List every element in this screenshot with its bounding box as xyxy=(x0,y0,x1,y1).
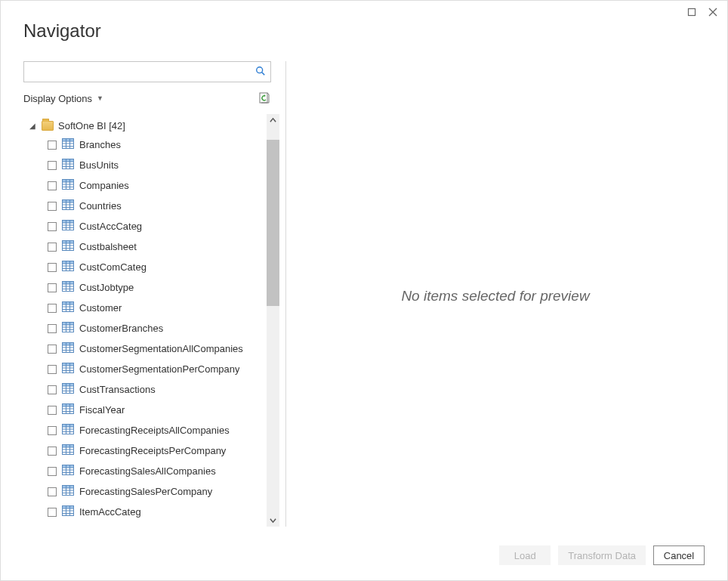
transform-data-button[interactable]: Transform Data xyxy=(558,545,646,565)
tree-item[interactable]: Custbalsheet xyxy=(23,236,267,257)
table-icon xyxy=(62,261,74,274)
table-icon xyxy=(62,505,74,518)
display-options-label: Display Options xyxy=(23,93,92,104)
checkbox[interactable] xyxy=(48,243,57,252)
checkbox[interactable] xyxy=(48,304,57,313)
tree-item[interactable]: Countries xyxy=(23,196,267,216)
scroll-down-button[interactable] xyxy=(267,514,279,527)
display-options-dropdown[interactable]: Display Options ▼ xyxy=(23,93,103,104)
table-icon xyxy=(62,363,74,375)
svg-rect-3 xyxy=(260,93,267,103)
tree-item-label: ItemAccCateg xyxy=(79,506,141,518)
svg-rect-65 xyxy=(63,343,74,346)
scroll-thumb[interactable] xyxy=(267,140,279,306)
checkbox[interactable] xyxy=(48,406,57,415)
checkbox[interactable] xyxy=(48,467,57,476)
checkbox[interactable] xyxy=(48,283,57,292)
tree-item[interactable]: BusUnits xyxy=(23,155,267,175)
checkbox[interactable] xyxy=(48,141,57,150)
svg-rect-53 xyxy=(63,302,74,305)
checkbox[interactable] xyxy=(48,181,57,190)
svg-rect-5 xyxy=(63,139,74,142)
table-icon xyxy=(62,138,74,151)
tree-item[interactable]: Customer xyxy=(23,298,267,318)
tree-container: ◢ SoftOne BI [42] BranchesBusUnitsCompan… xyxy=(23,114,279,527)
tree-item[interactable]: Branches xyxy=(23,134,267,155)
checkbox[interactable] xyxy=(48,385,57,394)
tree-item[interactable]: CustJobtype xyxy=(23,277,267,298)
table-icon xyxy=(62,342,74,355)
cancel-button[interactable]: Cancel xyxy=(653,545,705,565)
tree-item[interactable]: CustTransactions xyxy=(23,379,267,400)
tree-item-label: ForecastingReceiptsPerCompany xyxy=(79,445,226,456)
tree-item[interactable]: ForecastingSalesPerCompany xyxy=(23,481,267,502)
options-row: Display Options ▼ xyxy=(23,91,271,105)
tree-item[interactable]: CustComCateg xyxy=(23,257,267,277)
checkbox[interactable] xyxy=(48,345,57,354)
tree-item[interactable]: ItemAccCateg xyxy=(23,502,267,522)
svg-rect-17 xyxy=(63,180,74,183)
tree-item[interactable]: CustomerSegmentationPerCompany xyxy=(23,359,267,379)
svg-rect-89 xyxy=(63,425,74,428)
tree-item[interactable]: ForecastingReceiptsAllCompanies xyxy=(23,420,267,440)
tree-item-label: Custbalsheet xyxy=(79,241,137,252)
tree-item[interactable]: Companies xyxy=(23,175,267,196)
tree-item-label: Customer xyxy=(79,302,122,314)
tree-root-node[interactable]: ◢ SoftOne BI [42] xyxy=(23,116,267,134)
dialog-body: Display Options ▼ ◢ xyxy=(1,46,727,530)
load-button[interactable]: Load xyxy=(499,545,551,565)
tree-item-label: CustomerSegmentationPerCompany xyxy=(79,363,239,375)
svg-rect-41 xyxy=(63,261,74,264)
table-icon xyxy=(62,220,74,233)
table-icon xyxy=(62,240,74,253)
table-icon xyxy=(62,403,74,416)
close-button[interactable] xyxy=(706,5,720,19)
dialog-header: Navigator xyxy=(1,1,727,46)
refresh-button[interactable] xyxy=(258,91,271,105)
table-icon xyxy=(62,179,74,192)
checkbox[interactable] xyxy=(48,447,57,456)
svg-rect-59 xyxy=(63,323,74,326)
tree-item-label: FiscalYear xyxy=(79,404,125,416)
svg-rect-0 xyxy=(689,9,696,16)
preview-empty-message: No items selected for preview xyxy=(401,288,589,304)
checkbox[interactable] xyxy=(48,508,57,517)
tree-item-label: CustomerBranches xyxy=(79,323,163,334)
checkbox[interactable] xyxy=(48,487,57,496)
checkbox[interactable] xyxy=(48,263,57,272)
tree-item-label: BusUnits xyxy=(79,159,119,171)
checkbox[interactable] xyxy=(48,202,57,211)
checkbox[interactable] xyxy=(48,426,57,435)
folder-icon xyxy=(42,121,54,131)
checkbox[interactable] xyxy=(48,324,57,333)
table-icon xyxy=(62,281,74,294)
dialog-title: Navigator xyxy=(23,20,705,42)
svg-rect-35 xyxy=(63,241,74,244)
svg-rect-23 xyxy=(63,200,74,203)
tree-item[interactable]: FiscalYear xyxy=(23,400,267,420)
tree-item[interactable]: ForecastingSalesAllCompanies xyxy=(23,461,267,481)
search-box[interactable] xyxy=(23,61,271,82)
checkbox[interactable] xyxy=(48,161,57,170)
maximize-button[interactable] xyxy=(685,5,699,19)
checkbox[interactable] xyxy=(48,222,57,231)
tree-item-label: Companies xyxy=(79,180,129,191)
tree-item[interactable]: ForecastingReceiptsPerCompany xyxy=(23,440,267,461)
checkbox[interactable] xyxy=(48,365,57,374)
tree-item[interactable]: CustomerSegmentationAllCompanies xyxy=(23,338,267,359)
navigator-dialog: Navigator Display Options ▼ xyxy=(0,0,728,581)
svg-point-1 xyxy=(257,66,263,73)
svg-rect-113 xyxy=(63,506,74,509)
tree-item[interactable]: CustAccCateg xyxy=(23,216,267,236)
tree-item[interactable]: CustomerBranches xyxy=(23,318,267,338)
tree-item-label: CustComCateg xyxy=(79,261,147,273)
dialog-footer: Load Transform Data Cancel xyxy=(1,530,727,580)
search-icon[interactable] xyxy=(255,66,266,79)
svg-rect-107 xyxy=(63,486,74,489)
tree-item-label: CustTransactions xyxy=(79,384,156,395)
search-input[interactable] xyxy=(30,66,255,79)
tree-item-label: ForecastingReceiptsAllCompanies xyxy=(79,425,230,436)
svg-rect-95 xyxy=(63,445,74,448)
scroll-up-button[interactable] xyxy=(267,114,279,127)
vertical-scrollbar[interactable] xyxy=(267,114,279,527)
